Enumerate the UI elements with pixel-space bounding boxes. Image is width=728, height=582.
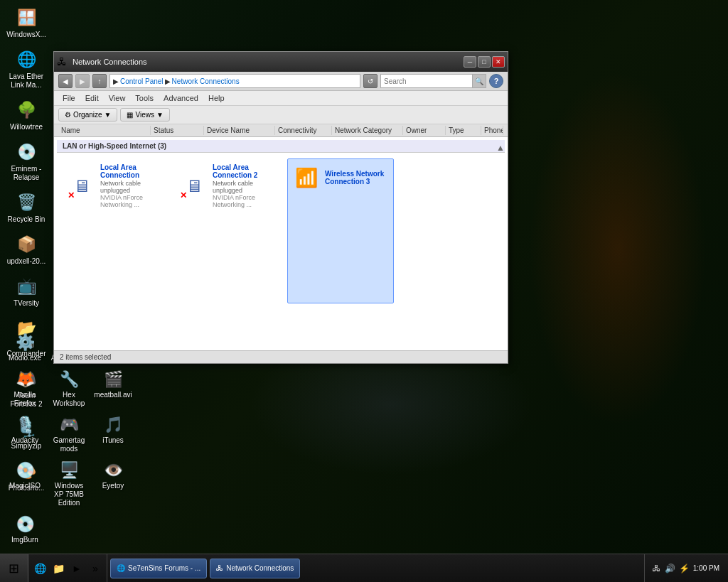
desktop-icon-itunes[interactable]: 🎵 iTunes <box>92 411 134 456</box>
quick-ie-button[interactable]: 🌐 <box>31 560 48 577</box>
menu-edit[interactable]: Edit <box>81 92 103 104</box>
views-button[interactable]: ▦ Views ▼ <box>120 108 169 122</box>
system-tray: 🖧 🔊 ⚡ 1:00 PM <box>644 554 728 582</box>
window-title: Network Connections <box>73 58 461 66</box>
lan1-info: Local Area Connection Network cable unpl… <box>100 163 164 208</box>
breadcrumb-network-connections[interactable]: Network Connections <box>172 77 240 85</box>
desktop-icon-gamertag[interactable]: 🎮 Gamertag mods <box>48 411 90 456</box>
gamertag-label: Gamertag mods <box>49 436 89 453</box>
lan2-icon: 🖥 ✕ <box>180 172 208 200</box>
organize-button[interactable]: ⚙ Organize ▼ <box>58 108 117 122</box>
magiciso-icon: 💿 <box>14 459 36 482</box>
desktop-icon-modio[interactable]: ⚙️ Modio.exe <box>4 329 46 365</box>
hexworkshop-label: Hex Workshop <box>49 391 89 408</box>
audacity-label: Audacity <box>11 436 38 445</box>
search-wrapper: 🔍 <box>380 74 486 88</box>
desktop-icon-tversity[interactable]: 📺 TVersity <box>4 272 49 311</box>
desktop-icon-eminem[interactable]: 💿 Eminem - Relapse <box>4 138 49 185</box>
breadcrumb-arrow: ▶ <box>113 77 119 85</box>
system-clock[interactable]: 1:00 PM <box>693 564 722 573</box>
close-button[interactable]: ✕ <box>492 56 505 68</box>
eyetoy-label: Eyetoy <box>102 482 124 490</box>
desktop-icon-imgburn[interactable]: 💿 ImgBurn <box>4 511 46 546</box>
desktop-icon-magiciso[interactable]: 💿 MagicISO <box>4 457 46 510</box>
desktop-icon-eyetoy[interactable]: 👁️ Eyetoy <box>92 457 134 510</box>
col-status[interactable]: Status <box>151 126 204 135</box>
desktop-icon-updxell[interactable]: 📦 updxell-20... <box>4 230 49 269</box>
quick-launch-area: 🌐 📁 ► » <box>28 554 107 582</box>
scroll-up-icon[interactable]: ▲ <box>496 143 505 153</box>
modio-icon: ⚙️ <box>14 331 36 354</box>
tray-network-icon[interactable]: 🖧 <box>651 563 662 574</box>
lavaether-label: Lava Ether Link Ma... <box>5 72 48 90</box>
organize-icon: ⚙ <box>65 111 71 119</box>
desktop-icon-windowsx[interactable]: 🪟 WindowsX... <box>4 4 49 42</box>
tray-power-icon[interactable]: ⚡ <box>679 563 690 574</box>
status-bar: 2 items selected <box>54 350 508 363</box>
taskbar-netconnections-button[interactable]: 🖧 Network Connections <box>210 559 300 578</box>
desktop-icon-recyclebin[interactable]: 🗑️ Recycle Bin <box>4 188 49 227</box>
col-connectivity[interactable]: Connectivity <box>275 126 332 135</box>
help-button[interactable]: ? <box>489 74 503 88</box>
network-item-wireless3[interactable]: 📶 Wireless Network Connection 3 <box>287 158 394 303</box>
minimize-button[interactable]: ─ <box>464 56 476 68</box>
menu-tools[interactable]: Tools <box>131 92 158 104</box>
column-headers: Name Status Device Name Connectivity Net… <box>54 124 508 137</box>
menu-view[interactable]: View <box>105 92 130 104</box>
imgburn-icon: 💿 <box>14 513 36 536</box>
desktop-icon-lavaether[interactable]: 🌐 Lava Ether Link Ma... <box>4 45 49 92</box>
col-name[interactable]: Name <box>58 126 151 135</box>
col-phone[interactable]: Phone # or Host Addre... <box>481 126 503 135</box>
forward-button[interactable]: ▶ <box>75 74 90 88</box>
winxp-icon: 🖥️ <box>58 459 80 482</box>
sevensins-icon: 🌐 <box>117 564 125 572</box>
network-item-local1[interactable]: 🖥 ✕ Local Area Connection Network cable … <box>63 158 169 303</box>
up-button[interactable]: ↑ <box>92 74 107 88</box>
willowtree-label: Willowtree <box>10 123 43 131</box>
desktop-icon-meatball[interactable]: 🎬 meatball.avi <box>92 366 134 410</box>
search-button[interactable]: 🔍 <box>472 74 486 88</box>
col-category[interactable]: Network Category <box>332 126 403 135</box>
window-content: LAN or High-Speed Internet (3) ▲ 🖥 ✕ Loc… <box>54 137 508 350</box>
network-items-container: 🖥 ✕ Local Area Connection Network cable … <box>57 153 505 309</box>
quick-arrow-button[interactable]: » <box>87 560 104 577</box>
desktop-icon-firefox[interactable]: 🦊 Mozilla Firefox <box>4 366 46 410</box>
winxp-label: Windows XP 75MB Edition <box>49 482 89 507</box>
menu-advanced[interactable]: Advanced <box>159 92 203 104</box>
network-item-local2[interactable]: 🖥 ✕ Local Area Connection 2 Network cabl… <box>175 158 282 303</box>
address-bar: ◀ ▶ ↑ ▶ Control Panel ▶ Network Connecti… <box>54 72 508 91</box>
search-input[interactable] <box>380 74 473 88</box>
menu-file[interactable]: File <box>58 92 80 104</box>
address-path[interactable]: ▶ Control Panel ▶ Network Connections <box>109 74 360 88</box>
start-button[interactable]: ⊞ <box>0 554 28 582</box>
recyclebin-label: Recycle Bin <box>8 215 46 224</box>
desktop-icon-audacity[interactable]: 🎙️ Audacity <box>4 411 46 456</box>
lan1-icon: 🖥 ✕ <box>68 172 96 200</box>
tray-volume-icon[interactable]: 🔊 <box>665 563 676 574</box>
lan2-disconnect-icon: ✕ <box>180 190 187 200</box>
lan2-monitor-icon: 🖥 <box>186 176 203 196</box>
refresh-button[interactable]: ↺ <box>363 74 378 88</box>
taskbar-sevensins-button[interactable]: 🌐 Se7enSins Forums - ... <box>110 559 207 578</box>
magiciso-label: MagicISO <box>9 482 41 490</box>
quick-media-button[interactable]: ► <box>68 560 85 577</box>
section-header-lan: LAN or High-Speed Internet (3) ▲ <box>57 140 505 153</box>
windowsx-icon: 🪟 <box>15 6 38 29</box>
col-owner[interactable]: Owner <box>403 126 446 135</box>
lan2-name: Local Area Connection 2 <box>213 163 277 179</box>
desktop-icon-winxp[interactable]: 🖥️ Windows XP 75MB Edition <box>48 457 90 510</box>
desktop-icon-willowtree[interactable]: 🌳 Willowtree <box>4 96 49 134</box>
menu-help[interactable]: Help <box>204 92 229 104</box>
status-text: 2 items selected <box>60 353 111 361</box>
itunes-icon: 🎵 <box>102 414 124 436</box>
section-label: LAN or High-Speed Internet (3) <box>63 142 166 150</box>
firefox-icon: 🦊 <box>14 368 36 391</box>
quick-folder-button[interactable]: 📁 <box>50 560 67 577</box>
back-button[interactable]: ◀ <box>58 74 73 88</box>
col-device[interactable]: Device Name <box>204 126 275 135</box>
desktop-icon-hexworkshop[interactable]: 🔧 Hex Workshop <box>48 366 90 410</box>
col-type[interactable]: Type <box>446 126 481 135</box>
maximize-button[interactable]: □ <box>478 56 491 68</box>
breadcrumb-control-panel[interactable]: Control Panel <box>120 77 164 85</box>
lan2-status: Network cable unplugged <box>213 180 277 194</box>
